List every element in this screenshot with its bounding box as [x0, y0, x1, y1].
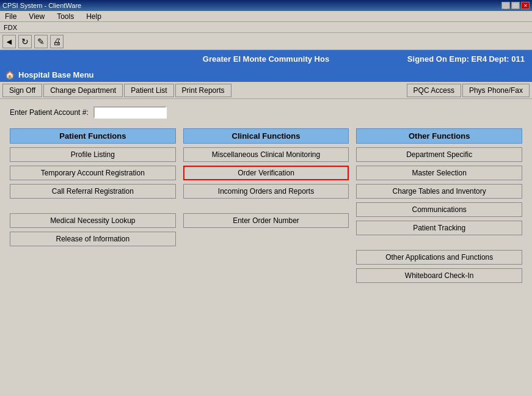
edit-button[interactable]: ✎ [34, 35, 48, 48]
release-of-information-button[interactable]: Release of Information [10, 232, 176, 246]
patient-functions-header: Patient Functions [10, 128, 176, 144]
charge-tables-and-inventory-button[interactable]: Charge Tables and Inventory [356, 184, 522, 199]
enter-order-number-button[interactable]: Enter Order Number [183, 213, 349, 228]
clinical-functions-header: Clinical Functions [183, 128, 349, 144]
app-header-center: Greater El Monte Community Hos [203, 54, 329, 64]
temporary-account-registration-button[interactable]: Temporary Account Registration [10, 166, 176, 180]
patient-account-input[interactable] [93, 106, 167, 119]
phys-phone-fax-button[interactable]: Phys Phone/Fax [462, 84, 530, 97]
other-functions-header: Other Functions [356, 128, 522, 144]
refresh-button[interactable]: ↻ [18, 35, 32, 48]
medical-necessity-lookup-button[interactable]: Medical Necessity Lookup [10, 213, 176, 228]
app-header-spacer2: Signed On Emp: ER4 Dept: 011 [329, 54, 525, 64]
order-verification-button[interactable]: Order Verification [183, 166, 349, 180]
patient-account-label: Enter Patient Account #: [10, 108, 89, 117]
other-functions-column: Other Functions Department Specific Mast… [356, 128, 522, 283]
miscellaneous-clinical-monitoring-button[interactable]: Miscellaneous Clinical Monitoring [183, 147, 349, 162]
menu-bar: File View Tools Help [0, 11, 532, 22]
clinical-functions-column: Clinical Functions Miscellaneous Clinica… [183, 128, 349, 283]
menu-file[interactable]: File [2, 12, 19, 21]
blue-banner: 🏠 Hospital Base Menu [0, 67, 532, 82]
app-header: Greater El Monte Community Hos Signed On… [0, 50, 532, 67]
spacer3 [356, 239, 522, 246]
columns-row: Patient Functions Profile Listing Tempor… [10, 128, 522, 283]
fdx-bar: FDX [0, 22, 532, 33]
patient-list-button[interactable]: Patient List [124, 84, 173, 97]
incoming-orders-and-reports-button[interactable]: Incoming Orders and Reports [183, 184, 349, 199]
title-bar: CPSI System - ClientWare _ □ ✕ [0, 0, 532, 11]
blue-banner-icon: 🏠 [5, 70, 15, 79]
menu-tools[interactable]: Tools [54, 12, 76, 21]
pqc-access-button[interactable]: PQC Access [407, 84, 461, 97]
title-bar-text: CPSI System - ClientWare [2, 2, 81, 9]
toolbar: ◄ ↻ ✎ 🖨 [0, 33, 532, 50]
print-button[interactable]: 🖨 [50, 35, 64, 48]
nav-row: Sign Off Change Department Patient List … [0, 82, 532, 99]
master-selection-button[interactable]: Master Selection [356, 166, 522, 180]
close-button[interactable]: ✕ [521, 2, 530, 9]
print-reports-button[interactable]: Print Reports [175, 84, 231, 97]
patient-functions-column: Patient Functions Profile Listing Tempor… [10, 128, 176, 283]
patient-account-row: Enter Patient Account #: [10, 106, 522, 119]
main-content: Enter Patient Account #: Patient Functio… [0, 99, 532, 396]
back-button[interactable]: ◄ [2, 35, 16, 48]
communications-button[interactable]: Communications [356, 202, 522, 217]
menu-view[interactable]: View [26, 12, 47, 21]
title-bar-controls[interactable]: _ □ ✕ [501, 2, 530, 9]
change-department-button[interactable]: Change Department [43, 84, 123, 97]
spacer2 [183, 202, 349, 210]
menu-help[interactable]: Help [84, 12, 104, 21]
patient-tracking-button[interactable]: Patient Tracking [356, 221, 522, 235]
maximize-button[interactable]: □ [511, 2, 520, 9]
fdx-label: FDX [4, 24, 17, 31]
minimize-button[interactable]: _ [501, 2, 510, 9]
spacer1 [10, 202, 176, 210]
profile-listing-button[interactable]: Profile Listing [10, 147, 176, 162]
blue-banner-label: Hospital Base Menu [18, 70, 94, 79]
whiteboard-check-in-button[interactable]: Whiteboard Check-In [356, 268, 522, 283]
app-header-right: Signed On Emp: ER4 Dept: 011 [407, 54, 525, 64]
department-specific-button[interactable]: Department Specific [356, 147, 522, 162]
sign-off-button[interactable]: Sign Off [2, 84, 42, 97]
other-applications-and-functions-button[interactable]: Other Applications and Functions [356, 250, 522, 265]
call-referral-registration-button[interactable]: Call Referral Registration [10, 184, 176, 199]
